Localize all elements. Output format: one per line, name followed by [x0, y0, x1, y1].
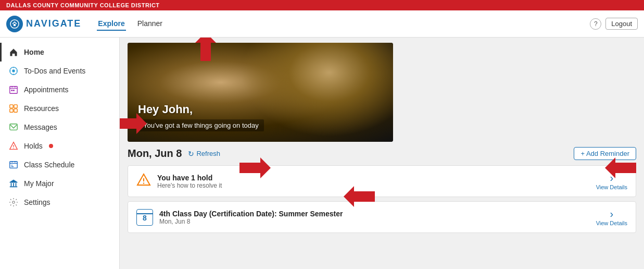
- red-arrow-reminder: [605, 157, 636, 180]
- nav-tab-explore[interactable]: Explore: [97, 17, 125, 31]
- red-arrow-left: [120, 113, 147, 136]
- sidebar-label-settings: Settings: [24, 198, 50, 206]
- appointments-icon: [8, 84, 19, 95]
- sidebar-item-todos[interactable]: To-Dos and Events: [0, 62, 119, 80]
- settings-icon: [8, 197, 19, 207]
- main-layout: Home To-Dos and Events: [0, 38, 644, 269]
- svg-rect-6: [13, 90, 15, 91]
- hold-card: You have 1 hold Here's how to resolve it…: [128, 165, 636, 197]
- sidebar-item-holds[interactable]: Holds: [0, 137, 119, 155]
- svg-marker-22: [344, 186, 375, 207]
- hero-greeting: Hey John,: [138, 103, 264, 116]
- holds-notification-dot: [49, 144, 53, 148]
- event-card-subtitle: Mon, Jun 8: [159, 218, 590, 225]
- svg-point-3: [12, 69, 15, 72]
- sidebar-item-my-major[interactable]: My Major: [0, 174, 119, 193]
- schedule-area: Mon, Jun 8 ↻ Refresh + Add Reminder: [120, 142, 644, 233]
- hold-card-title: You have 1 hold: [157, 174, 590, 182]
- todo-icon: [8, 66, 19, 76]
- svg-marker-19: [195, 38, 216, 61]
- svg-rect-14: [13, 183, 14, 186]
- red-arrow-hold: [344, 186, 375, 209]
- svg-point-11: [13, 148, 14, 148]
- nav-tabs: Explore Planner: [97, 17, 163, 31]
- svg-rect-15: [16, 183, 17, 186]
- svg-point-17: [12, 201, 15, 204]
- calendar-icon: 8: [136, 209, 153, 226]
- event-card: 8 4th Class Day (Certification Date): Su…: [128, 201, 636, 233]
- refresh-button[interactable]: ↻ Refresh: [188, 150, 220, 158]
- event-card-details[interactable]: › View Details: [596, 208, 627, 226]
- chevron-right-icon-2: ›: [610, 208, 614, 220]
- sidebar-item-class-schedule[interactable]: Class Schedule: [0, 155, 119, 174]
- sidebar-label-my-major: My Major: [24, 179, 54, 188]
- hero-image: Hey John, You've got a few things going …: [128, 43, 393, 142]
- sidebar-item-appointments[interactable]: Appointments: [0, 80, 119, 99]
- svg-point-23: [143, 182, 144, 184]
- svg-rect-12: [10, 162, 17, 168]
- event-card-title: 4th Class Day (Certification Date): Summ…: [159, 210, 590, 218]
- sidebar-label-home: Home: [24, 48, 44, 56]
- svg-rect-10: [14, 109, 17, 112]
- hold-view-details-label: View Details: [596, 184, 627, 190]
- svg-rect-9: [10, 109, 13, 112]
- sidebar-label-resources: Resources: [24, 104, 59, 113]
- svg-rect-5: [11, 90, 13, 91]
- svg-rect-1: [14, 24, 16, 26]
- hero-subtitle: You've got a few things going on today: [138, 119, 264, 131]
- sidebar-label-messages: Messages: [24, 123, 57, 131]
- sidebar-item-settings[interactable]: Settings: [0, 193, 119, 212]
- schedule-header: Mon, Jun 8 ↻ Refresh + Add Reminder: [128, 147, 636, 160]
- event-view-details-label: View Details: [596, 220, 627, 226]
- svg-rect-8: [14, 105, 17, 108]
- warning-icon: [136, 173, 151, 190]
- sidebar-item-home[interactable]: Home: [0, 43, 119, 62]
- refresh-icon: ↻: [188, 150, 194, 158]
- red-arrow-date: [239, 157, 271, 180]
- resources-icon: [8, 103, 19, 114]
- svg-marker-18: [120, 113, 147, 134]
- sidebar-item-messages[interactable]: Messages: [0, 118, 119, 137]
- logo-text: NAVIGATE: [26, 18, 81, 29]
- sidebar-label-class-schedule: Class Schedule: [24, 161, 74, 169]
- nav-tab-planner[interactable]: Planner: [136, 17, 163, 31]
- event-card-content: 4th Class Day (Certification Date): Summ…: [159, 210, 590, 225]
- messages-icon: [8, 122, 19, 132]
- sidebar: Home To-Dos and Events: [0, 38, 120, 269]
- calendar-day-number: 8: [143, 214, 147, 222]
- help-button[interactable]: ?: [590, 18, 601, 30]
- svg-rect-16: [10, 186, 17, 187]
- sidebar-label-appointments: Appointments: [24, 85, 69, 94]
- hero-overlay: Hey John, You've got a few things going …: [138, 103, 264, 131]
- banner-text: DALLAS COUNTY COMMUNITY COLLEGE DISTRICT: [6, 2, 160, 8]
- sidebar-item-resources[interactable]: Resources: [0, 99, 119, 118]
- home-icon: [8, 47, 19, 57]
- red-arrow-up: [195, 38, 216, 63]
- logout-button[interactable]: Logout: [605, 18, 638, 30]
- svg-rect-7: [10, 105, 13, 108]
- schedule-date: Mon, Jun 8: [128, 148, 182, 160]
- header: NAVIGATE Explore Planner ? Logout: [0, 10, 644, 38]
- refresh-label: Refresh: [196, 150, 220, 157]
- logo-area: NAVIGATE: [6, 16, 81, 32]
- my-major-icon: [8, 178, 19, 189]
- svg-marker-21: [605, 157, 636, 178]
- content: Hey John, You've got a few things going …: [120, 38, 644, 269]
- logo-icon: [6, 16, 23, 32]
- sidebar-label-todos: To-Dos and Events: [24, 67, 85, 75]
- holds-icon: [8, 141, 19, 151]
- sidebar-label-holds: Holds: [24, 142, 43, 150]
- header-right: ? Logout: [590, 18, 638, 30]
- top-banner: DALLAS COUNTY COMMUNITY COLLEGE DISTRICT: [0, 0, 644, 10]
- svg-rect-13: [11, 183, 12, 186]
- class-schedule-icon: [8, 160, 19, 170]
- svg-marker-20: [239, 157, 271, 178]
